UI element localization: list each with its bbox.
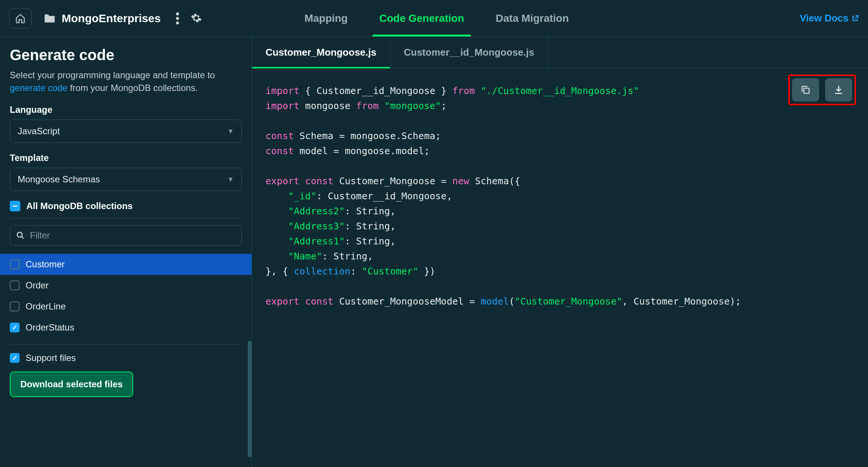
sidebar: Generate code Select your programming la… bbox=[0, 37, 252, 467]
code-editor: import { Customer__id_Mongoose } from ".… bbox=[252, 68, 868, 324]
code-actions-highlight bbox=[788, 74, 856, 105]
main-tabs: Mapping Code Generation Data Migration bbox=[300, 0, 573, 36]
tab-code-generation[interactable]: Code Generation bbox=[375, 0, 469, 36]
template-select[interactable]: Mongoose Schemas ▼ bbox=[10, 168, 242, 191]
template-label: Template bbox=[10, 153, 242, 163]
download-icon bbox=[833, 85, 844, 95]
tab-data-migration[interactable]: Data Migration bbox=[491, 0, 573, 36]
collection-item-orderstatus[interactable]: OrderStatus bbox=[0, 317, 252, 338]
filter-input-wrapper[interactable] bbox=[10, 225, 242, 246]
checkbox[interactable] bbox=[10, 281, 20, 290]
home-button[interactable] bbox=[9, 8, 32, 29]
search-icon bbox=[16, 231, 25, 240]
topbar: MongoEnterprises Mapping Code Generation… bbox=[0, 0, 868, 37]
divider bbox=[10, 218, 242, 218]
scrollbar[interactable] bbox=[248, 341, 252, 457]
all-collections-toggle[interactable]: − All MongoDB collections bbox=[10, 201, 242, 211]
language-select[interactable]: JavaScript ▼ bbox=[10, 120, 242, 143]
folder-icon bbox=[44, 13, 56, 24]
collection-item-customer[interactable]: Customer bbox=[0, 254, 252, 275]
more-vertical-icon bbox=[176, 12, 179, 24]
view-docs-link[interactable]: View Docs bbox=[800, 12, 859, 24]
tab-mapping[interactable]: Mapping bbox=[300, 0, 352, 36]
gear-icon bbox=[191, 12, 202, 24]
svg-point-3 bbox=[17, 232, 22, 237]
divider bbox=[10, 344, 242, 344]
file-tabs: Customer_Mongoose.js Customer__id_Mongoo… bbox=[252, 37, 868, 68]
support-files-toggle[interactable]: Support files bbox=[0, 350, 252, 371]
sidebar-title: Generate code bbox=[10, 47, 242, 64]
checkbox-indeterminate-icon: − bbox=[10, 201, 20, 211]
settings-button[interactable] bbox=[191, 12, 202, 24]
filter-input[interactable] bbox=[30, 230, 236, 241]
more-menu-button[interactable] bbox=[176, 12, 179, 24]
file-tab-customer-mongoose[interactable]: Customer_Mongoose.js bbox=[252, 37, 390, 68]
view-docs-label: View Docs bbox=[800, 12, 848, 24]
copy-icon bbox=[800, 85, 811, 95]
template-value: Mongoose Schemas bbox=[18, 174, 100, 185]
svg-point-1 bbox=[176, 17, 179, 20]
svg-rect-4 bbox=[804, 88, 809, 93]
checkbox[interactable] bbox=[10, 353, 20, 363]
checkbox[interactable] bbox=[10, 259, 20, 269]
language-label: Language bbox=[10, 105, 242, 115]
language-value: JavaScript bbox=[18, 126, 60, 136]
download-selected-button[interactable]: Download selected files bbox=[10, 371, 133, 397]
generate-code-link[interactable]: generate code bbox=[10, 83, 67, 93]
external-link-icon bbox=[851, 15, 859, 22]
checkbox[interactable] bbox=[10, 323, 20, 332]
checkbox[interactable] bbox=[10, 302, 20, 311]
copy-button[interactable] bbox=[792, 78, 819, 102]
chevron-down-icon: ▼ bbox=[227, 127, 234, 135]
sidebar-description: Select your programming language and tem… bbox=[10, 69, 242, 94]
collections-list: Customer Order OrderLine OrderStatus bbox=[0, 254, 252, 338]
svg-point-2 bbox=[176, 21, 179, 24]
content-area: Customer_Mongoose.js Customer__id_Mongoo… bbox=[252, 37, 868, 467]
chevron-down-icon: ▼ bbox=[227, 176, 234, 183]
download-button[interactable] bbox=[825, 78, 852, 102]
collection-item-order[interactable]: Order bbox=[0, 275, 252, 296]
collection-item-orderline[interactable]: OrderLine bbox=[0, 296, 252, 317]
file-tab-customer-id-mongoose[interactable]: Customer__id_Mongoose.js bbox=[390, 37, 548, 68]
svg-point-0 bbox=[176, 12, 179, 15]
home-icon bbox=[15, 13, 26, 24]
project-name: MongoEnterprises bbox=[62, 12, 161, 25]
